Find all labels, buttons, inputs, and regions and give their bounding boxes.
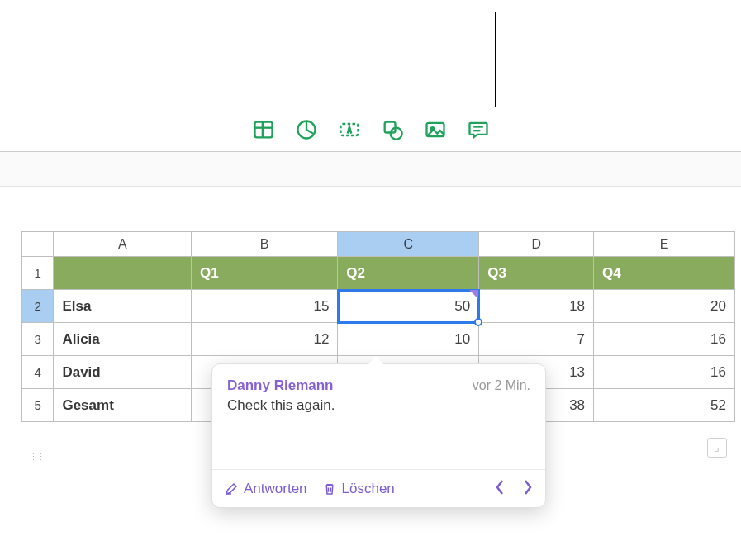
delete-button[interactable]: Löschen <box>322 481 395 497</box>
prev-comment-button[interactable] <box>494 479 506 499</box>
comment-time: vor 2 Min. <box>473 378 530 393</box>
insert-toolbar <box>0 107 741 152</box>
svg-rect-5 <box>384 121 395 132</box>
cell-E4[interactable]: 16 <box>594 356 735 389</box>
image-icon[interactable] <box>424 118 447 141</box>
col-header-D[interactable]: D <box>479 232 594 257</box>
cell-D2[interactable]: 18 <box>479 290 594 323</box>
cell-D3[interactable]: 7 <box>479 323 594 356</box>
comment-author: Danny Riemann <box>227 377 333 394</box>
row-header-1[interactable]: 1 <box>22 257 54 290</box>
formula-bar[interactable] <box>0 152 741 187</box>
row-header-5[interactable]: 5 <box>22 389 54 422</box>
resize-corner-handle[interactable]: ⌟ <box>707 438 727 458</box>
row-header-2[interactable]: 2 <box>22 290 54 323</box>
cell-E3[interactable]: 16 <box>594 323 735 356</box>
row-header-4[interactable]: 4 <box>22 356 54 389</box>
chart-icon[interactable] <box>295 118 318 141</box>
next-comment-button[interactable] <box>522 479 534 499</box>
reply-button[interactable]: Antworten <box>224 481 307 497</box>
shape-icon[interactable] <box>381 118 404 141</box>
cell-B3[interactable]: 12 <box>192 323 338 356</box>
cell-A3[interactable]: Alicia <box>54 323 192 356</box>
text-box-icon[interactable] <box>338 118 361 141</box>
col-header-B[interactable]: B <box>192 232 338 257</box>
pencil-icon <box>224 482 239 496</box>
comment-indicator-icon[interactable] <box>469 290 478 299</box>
col-header-A[interactable]: A <box>54 232 192 257</box>
comment-popover: Danny Riemann vor 2 Min. Check this agai… <box>211 363 546 508</box>
cell-E5[interactable]: 52 <box>594 389 735 422</box>
cell-D1[interactable]: Q3 <box>479 257 594 290</box>
row-header-3[interactable]: 3 <box>22 323 54 356</box>
column-grip-bottom[interactable] <box>21 449 51 464</box>
table-icon[interactable] <box>252 118 275 141</box>
cell-B1[interactable]: Q1 <box>192 257 338 290</box>
cell-B2[interactable]: 15 <box>192 290 338 323</box>
chevron-left-icon <box>494 479 506 496</box>
comment-icon[interactable] <box>467 118 490 141</box>
cell-A4[interactable]: David <box>54 356 192 389</box>
cell-A1[interactable] <box>54 257 192 290</box>
col-header-E[interactable]: E <box>594 232 735 257</box>
cell-C1[interactable]: Q2 <box>338 257 479 290</box>
cell-A5[interactable]: Gesamt <box>54 389 192 422</box>
cell-E2[interactable]: 20 <box>594 290 735 323</box>
chevron-right-icon <box>522 479 534 496</box>
cell-value: 50 <box>454 298 470 315</box>
callout-line <box>495 12 496 107</box>
cell-C3[interactable]: 10 <box>338 323 479 356</box>
col-header-C[interactable]: C <box>338 232 479 257</box>
cell-C2-selected[interactable]: 50 <box>338 290 479 323</box>
trash-icon <box>322 482 337 496</box>
reply-label: Antworten <box>244 481 307 497</box>
cell-A2[interactable]: Elsa <box>54 290 192 323</box>
cell-E1[interactable]: Q4 <box>594 257 735 290</box>
corner-cell[interactable] <box>22 232 54 257</box>
comment-text: Check this again. <box>227 397 530 414</box>
delete-label: Löschen <box>342 481 395 497</box>
